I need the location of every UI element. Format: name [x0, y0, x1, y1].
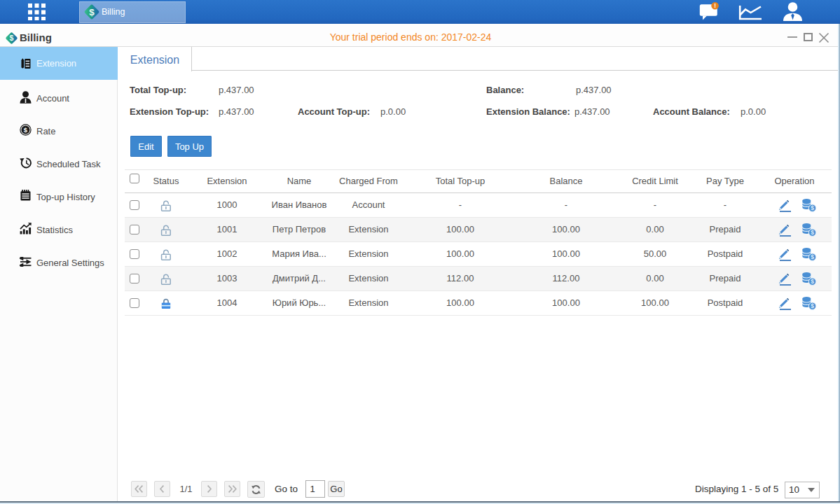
svg-text:!: !: [714, 2, 716, 9]
svg-text:$: $: [24, 126, 28, 134]
svg-text:$: $: [10, 34, 14, 42]
svg-text:$: $: [89, 7, 95, 18]
